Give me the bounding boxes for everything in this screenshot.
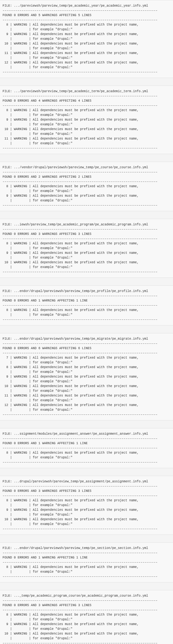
warning-row-cont: | | for example "drupal:" bbox=[3, 27, 170, 32]
warning-row-cont: | | for example "drupal:" bbox=[3, 141, 170, 146]
warning-row-cont: | | for example "drupal:" bbox=[3, 265, 170, 270]
warning-row-cont: | | for example "drupal:" bbox=[3, 56, 170, 60]
warning-row: 10 | WARNING | All dependencies must be … bbox=[3, 260, 170, 265]
warning-row: 9 | WARNING | All dependencies must be p… bbox=[3, 622, 170, 627]
divider: ----------------------------------------… bbox=[3, 103, 170, 108]
warning-row: 9 | WARNING | All dependencies must be p… bbox=[3, 251, 170, 255]
found-line: FOUND 0 ERRORS AND 4 WARNINGS AFFECTING … bbox=[3, 98, 170, 103]
divider: ----------------------------------------… bbox=[3, 94, 170, 98]
divider: ----------------------------------------… bbox=[3, 574, 170, 579]
file-line: FILE: ...endor/drupal/pareviewsh/parevie… bbox=[3, 546, 170, 551]
divider: ----------------------------------------… bbox=[3, 303, 170, 308]
lint-block: FILE: ...endor/drupal/pareviewsh/parevie… bbox=[0, 333, 173, 420]
file-line: FILE: ...iewsh/pareview_temp/pe_academic… bbox=[3, 222, 170, 227]
warning-row-cont: | | for example "drupal:" bbox=[3, 246, 170, 251]
file-line: FILE: ...ssignment/modules/pe_assignment… bbox=[3, 432, 170, 436]
warning-row: 8 | WARNING | All dependencies must be p… bbox=[3, 498, 170, 503]
divider: ----------------------------------------… bbox=[3, 493, 170, 498]
warning-row: 10 | WARNING | All dependencies must be … bbox=[3, 384, 170, 389]
lint-block: FILE: ...iewsh/pareview_temp/pe_academic… bbox=[0, 219, 173, 278]
found-line: FOUND 0 ERRORS AND 5 WARNINGS AFFECTING … bbox=[3, 13, 170, 18]
divider: ----------------------------------------… bbox=[3, 203, 170, 208]
divider: ----------------------------------------… bbox=[3, 18, 170, 22]
warning-row-cont: | | for example "drupal:" bbox=[3, 522, 170, 527]
warning-row-cont: | | for example "drupal:" bbox=[3, 189, 170, 194]
file-line: FILE: .../pareviewsh/pareview_temp/pe_ac… bbox=[3, 3, 170, 8]
divider: ----------------------------------------… bbox=[3, 608, 170, 612]
warning-row-cont: | | for example "drupal:" bbox=[3, 398, 170, 403]
warning-row-cont: | | for example "drupal:" bbox=[3, 379, 170, 384]
warning-row: 10 | WARNING | All dependencies must be … bbox=[3, 127, 170, 132]
divider: ----------------------------------------… bbox=[3, 641, 170, 644]
warning-row: 9 | WARNING | All dependencies must be p… bbox=[3, 508, 170, 512]
divider: ----------------------------------------… bbox=[3, 436, 170, 441]
found-line: FOUND 0 ERRORS AND 1 WARNING AFFECTING 1… bbox=[3, 441, 170, 446]
divider: ----------------------------------------… bbox=[3, 170, 170, 175]
warning-row-cont: | | for example "drupal:" bbox=[3, 46, 170, 51]
warning-row-cont: | | for example "drupal:" bbox=[3, 255, 170, 260]
warning-row: 7 | WARNING | All dependencies must be p… bbox=[3, 355, 170, 360]
file-line: FILE: .../pareviewsh/pareview_temp/pe_ac… bbox=[3, 89, 170, 94]
divider: ----------------------------------------… bbox=[3, 460, 170, 465]
warning-row: 10 | WARNING | All dependencies must be … bbox=[3, 41, 170, 46]
file-line: FILE: ...drupal/pareviewsh/pareview_temp… bbox=[3, 479, 170, 484]
divider: ----------------------------------------… bbox=[3, 294, 170, 298]
lint-block: FILE: .../pareviewsh/pareview_temp/pe_ac… bbox=[0, 86, 173, 154]
divider: ----------------------------------------… bbox=[3, 446, 170, 450]
found-line: FOUND 0 ERRORS AND 2 WARNINGS AFFECTING … bbox=[3, 175, 170, 179]
warning-row-cont: | | for example "drupal:" bbox=[3, 512, 170, 517]
divider: ----------------------------------------… bbox=[3, 227, 170, 232]
file-line: FILE: .../vendor/drupal/pareviewsh/parev… bbox=[3, 165, 170, 170]
warning-row: 8 | WARNING | All dependencies must be p… bbox=[3, 241, 170, 246]
warning-row: 11 | WARNING | All dependencies must be … bbox=[3, 51, 170, 56]
divider: ----------------------------------------… bbox=[3, 146, 170, 151]
warning-row: 11 | WARNING | All dependencies must be … bbox=[3, 393, 170, 398]
warning-row: 12 | WARNING | All dependencies must be … bbox=[3, 403, 170, 408]
warning-row-cont: | | for example "drupal:" bbox=[3, 132, 170, 136]
divider: ----------------------------------------… bbox=[3, 70, 170, 75]
warning-row-cont: | | for example "drupal:" bbox=[3, 370, 170, 374]
warning-row: 8 | WARNING | All dependencies must be p… bbox=[3, 365, 170, 370]
found-line: FOUND 0 ERRORS AND 3 WARNINGS AFFECTING … bbox=[3, 489, 170, 493]
warning-row-cont: | | for example "drupal:" bbox=[3, 455, 170, 460]
found-line: FOUND 0 ERRORS AND 1 WARNING AFFECTING 1… bbox=[3, 298, 170, 303]
warning-row: 8 | WARNING | All dependencies must be p… bbox=[3, 612, 170, 617]
found-line: FOUND 0 ERRORS AND 3 WARNINGS AFFECTING … bbox=[3, 603, 170, 608]
divider: ----------------------------------------… bbox=[3, 270, 170, 274]
lint-block: FILE: ...drupal/pareviewsh/pareview_temp… bbox=[0, 476, 173, 535]
warning-row: 11 | WARNING | All dependencies must be … bbox=[3, 136, 170, 141]
divider: ----------------------------------------… bbox=[3, 179, 170, 184]
warning-row: 9 | WARNING | All dependencies must be p… bbox=[3, 32, 170, 37]
lint-block: FILE: ..._temp/pe_academic_program_cours… bbox=[0, 590, 173, 644]
warning-row: 8 | WARNING | All dependencies must be p… bbox=[3, 184, 170, 189]
found-line: FOUND 0 ERRORS AND 6 WARNINGS AFFECTING … bbox=[3, 346, 170, 351]
warning-row-cont: | | for example "drupal:" bbox=[3, 569, 170, 574]
file-line: FILE: ...endor/drupal/pareviewsh/parevie… bbox=[3, 289, 170, 294]
warning-row-cont: | | for example "drupal:" bbox=[3, 122, 170, 127]
divider: ----------------------------------------… bbox=[3, 351, 170, 355]
divider: ----------------------------------------… bbox=[3, 527, 170, 531]
warning-row: 8 | WARNING | All dependencies must be p… bbox=[3, 22, 170, 27]
divider: ----------------------------------------… bbox=[3, 484, 170, 489]
divider: ----------------------------------------… bbox=[3, 412, 170, 417]
warning-row-cont: | | for example "drupal:" bbox=[3, 313, 170, 317]
divider: ----------------------------------------… bbox=[3, 341, 170, 346]
warning-row: 9 | WARNING | All dependencies must be p… bbox=[3, 194, 170, 198]
divider: ----------------------------------------… bbox=[3, 560, 170, 565]
lint-block: FILE: ...ssignment/modules/pe_assignment… bbox=[0, 428, 173, 468]
file-line: FILE: ...endor/drupal/pareviewsh/parevie… bbox=[3, 337, 170, 341]
found-line: FOUND 0 ERRORS AND 3 WARNINGS AFFECTING … bbox=[3, 232, 170, 236]
found-line: FOUND 0 ERRORS AND 1 WARNING AFFECTING 1… bbox=[3, 555, 170, 560]
warning-row: 8 | WARNING | All dependencies must be p… bbox=[3, 108, 170, 113]
warning-row-cont: | | for example "drupal:" bbox=[3, 360, 170, 365]
warning-row-cont: | | for example "drupal:" bbox=[3, 113, 170, 117]
divider: ----------------------------------------… bbox=[3, 598, 170, 603]
warning-row: 8 | WARNING | All dependencies must be p… bbox=[3, 308, 170, 313]
warning-row: 8 | WARNING | All dependencies must be p… bbox=[3, 565, 170, 569]
divider: ----------------------------------------… bbox=[3, 236, 170, 241]
divider: ----------------------------------------… bbox=[3, 8, 170, 13]
lint-block: FILE: ...endor/drupal/pareviewsh/parevie… bbox=[0, 285, 173, 325]
warning-row: 9 | WARNING | All dependencies must be p… bbox=[3, 117, 170, 122]
warning-row-cont: | | for example "drupal:" bbox=[3, 198, 170, 203]
warning-row-cont: | | for example "drupal:" bbox=[3, 617, 170, 622]
